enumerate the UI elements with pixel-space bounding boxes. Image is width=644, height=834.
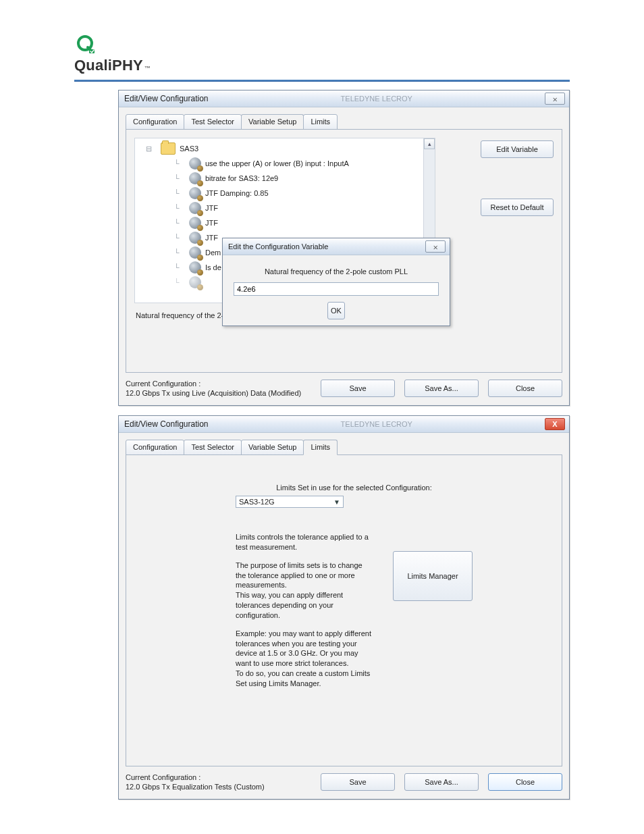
dialog-description: Natural frequency of the 2-pole custom P… xyxy=(234,267,439,276)
tab-test-selector[interactable]: Test Selector xyxy=(184,440,242,455)
tree-item[interactable]: └JTF xyxy=(169,201,432,215)
titlebar[interactable]: Edit/View Configuration TELEDYNE LECROY … xyxy=(119,416,569,433)
titlebar-ghost-text: TELEDYNE LECROY xyxy=(341,420,412,428)
save-as-button[interactable]: Save As... xyxy=(404,773,479,791)
tab-configuration[interactable]: Configuration xyxy=(126,114,184,130)
gear-icon xyxy=(189,261,201,273)
reset-to-default-button[interactable]: Reset to Default xyxy=(481,199,554,216)
tree-root[interactable]: ⊟ SAS3 xyxy=(140,141,432,156)
tab-limits[interactable]: Limits xyxy=(303,114,338,130)
limits-heading: Limits Set in use for the selected Confi… xyxy=(236,484,473,492)
edit-variable-button[interactable]: Edit Variable xyxy=(481,140,554,158)
scroll-up-button[interactable]: ▴ xyxy=(424,138,435,149)
tab-limits[interactable]: Limits xyxy=(303,440,338,455)
gear-icon xyxy=(189,276,201,288)
save-as-button[interactable]: Save As... xyxy=(404,380,479,397)
tab-test-selector[interactable]: Test Selector xyxy=(184,114,242,130)
variable-value-input[interactable] xyxy=(234,282,439,296)
tree-item[interactable]: └JTF xyxy=(169,215,432,230)
tab-configuration[interactable]: Configuration xyxy=(126,440,184,455)
save-button[interactable]: Save xyxy=(321,380,395,397)
limits-description: Limits controls the tolerance applied to… xyxy=(236,532,373,697)
gear-icon xyxy=(189,157,201,170)
close-window-button[interactable]: ⨉ xyxy=(545,93,565,105)
current-config-value: 12.0 Gbps Tx using Live (Acquisition) Da… xyxy=(126,389,301,397)
current-config-label: Current Configuration : xyxy=(126,380,301,388)
logo: QualiPHY ™ xyxy=(0,20,644,78)
edit-variable-dialog: Edit the Configuration Variable ⨉ Natura… xyxy=(222,238,450,326)
logo-tm: ™ xyxy=(144,65,151,72)
ok-button[interactable]: OK xyxy=(327,302,345,319)
dialog-titlebar[interactable]: Edit the Configuration Variable ⨉ xyxy=(223,238,450,255)
gear-icon xyxy=(189,172,201,184)
folder-icon xyxy=(161,142,176,155)
edit-view-config-window-limits: Edit/View Configuration TELEDYNE LECROY … xyxy=(118,415,570,800)
dialog-close-button[interactable]: ⨉ xyxy=(425,240,446,253)
tabs: Configuration Test Selector Variable Set… xyxy=(126,440,562,455)
gear-icon xyxy=(189,187,201,199)
tree-item[interactable]: └use the upper (A) or lower (B) input : … xyxy=(169,156,432,171)
current-config-value: 12.0 Gbps Tx Equalization Tests (Custom) xyxy=(126,783,265,791)
titlebar[interactable]: Edit/View Configuration TELEDYNE LECROY … xyxy=(119,90,569,107)
dialog-title: Edit the Configuration Variable xyxy=(228,242,328,251)
close-button[interactable]: Close xyxy=(488,773,562,791)
gear-icon xyxy=(189,246,201,259)
header-divider xyxy=(74,80,570,82)
close-button[interactable]: Close xyxy=(488,380,562,397)
logo-icon xyxy=(74,34,97,57)
close-window-button[interactable]: X xyxy=(545,418,565,430)
tab-variable-setup[interactable]: Variable Setup xyxy=(241,440,304,455)
tabs: Configuration Test Selector Variable Set… xyxy=(126,114,562,130)
save-button[interactable]: Save xyxy=(321,773,395,791)
window-title: Edit/View Configuration xyxy=(124,419,209,429)
gear-icon xyxy=(189,202,201,214)
limits-manager-button[interactable]: Limits Manager xyxy=(393,551,473,601)
gear-icon xyxy=(189,217,201,229)
chevron-down-icon: ▼ xyxy=(333,498,340,506)
window-title: Edit/View Configuration xyxy=(124,94,209,103)
limits-set-value: SAS3-12G xyxy=(239,498,275,506)
tab-variable-setup[interactable]: Variable Setup xyxy=(241,114,304,130)
edit-view-config-window-varsetup: Edit/View Configuration TELEDYNE LECROY … xyxy=(118,90,570,406)
gear-icon xyxy=(189,232,201,244)
logo-text: QualiPHY xyxy=(74,57,143,74)
tree-root-label: SAS3 xyxy=(180,145,198,153)
current-config-label: Current Configuration : xyxy=(126,773,265,781)
tree-item[interactable]: └bitrate for SAS3: 12e9 xyxy=(169,171,432,186)
titlebar-ghost-text: TELEDYNE LECROY xyxy=(341,95,412,103)
limits-set-select[interactable]: SAS3-12G ▼ xyxy=(236,496,344,508)
tree-item[interactable]: └JTF Damping: 0.85 xyxy=(169,186,432,201)
